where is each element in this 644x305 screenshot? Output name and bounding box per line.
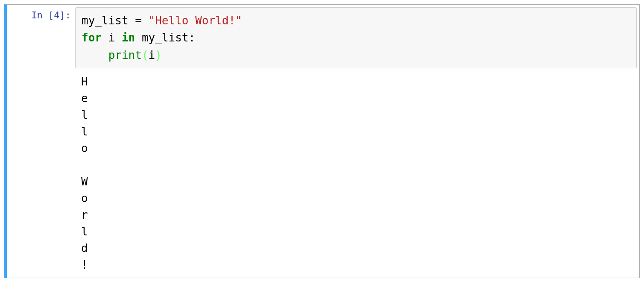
code-token bbox=[135, 31, 142, 44]
code-token: = bbox=[129, 14, 149, 27]
code-token: in bbox=[122, 31, 135, 44]
output-line: d bbox=[81, 242, 88, 255]
output-line: o bbox=[81, 142, 88, 155]
prompt-suffix: ]: bbox=[60, 10, 71, 21]
input-prompt: In [4]: bbox=[7, 5, 75, 21]
input-area: In [4]: my_list = "Hello World!" for i i… bbox=[7, 5, 639, 71]
code-token bbox=[115, 31, 122, 44]
output-line: o bbox=[81, 192, 88, 205]
notebook-cell[interactable]: In [4]: my_list = "Hello World!" for i i… bbox=[4, 4, 640, 278]
code-token: "Hello World!" bbox=[149, 14, 242, 27]
output-line: l bbox=[81, 109, 88, 121]
code-token: my_list bbox=[142, 31, 189, 44]
execution-count: 4 bbox=[54, 10, 59, 21]
code-token: ) bbox=[155, 49, 162, 62]
code-editor[interactable]: my_list = "Hello World!" for i in my_lis… bbox=[75, 7, 637, 68]
code-token: my_list bbox=[82, 14, 129, 27]
code-token bbox=[102, 31, 108, 44]
code-token: for bbox=[82, 31, 102, 44]
output-line: W bbox=[81, 175, 88, 188]
prompt-prefix: In [ bbox=[31, 10, 54, 21]
code-token: : bbox=[188, 31, 195, 44]
code-token bbox=[82, 49, 108, 62]
output-area: H e l l o W o r l d ! bbox=[7, 71, 639, 278]
output-line: e bbox=[81, 92, 88, 105]
code-token: i bbox=[108, 31, 115, 44]
output-text: H e l l o W o r l d ! bbox=[75, 71, 639, 278]
output-line: ! bbox=[81, 258, 88, 271]
code-token: ( bbox=[142, 49, 149, 62]
output-line: r bbox=[81, 208, 88, 221]
code-token: i bbox=[149, 49, 155, 62]
output-line bbox=[81, 158, 88, 171]
output-line: l bbox=[81, 225, 88, 238]
output-line: l bbox=[81, 125, 88, 138]
code-token: print bbox=[108, 49, 142, 62]
output-line: H bbox=[81, 75, 88, 88]
